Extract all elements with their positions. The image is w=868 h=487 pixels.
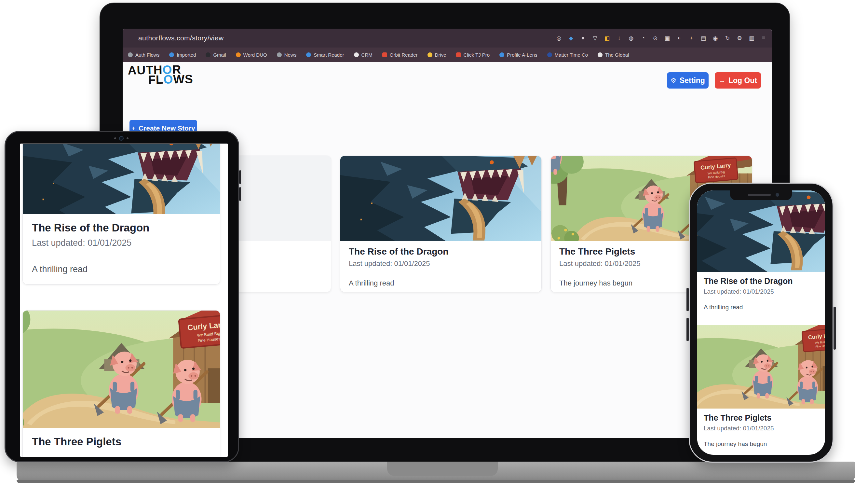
bookmark-favicon [206,52,211,57]
record-icon[interactable]: ◉ [712,35,719,42]
dragon-cover-art [23,144,220,214]
bookmark-favicon [128,52,133,57]
bookmark-label: Imported [177,52,196,58]
bookmark-label: The Global [605,52,629,58]
bookmark-favicon [169,52,174,57]
bookmark-item[interactable]: Word DUO [236,52,267,58]
bookmark-item[interactable]: Smart Reader [306,52,344,58]
url-display[interactable]: authorflows.com/story/view [138,29,223,48]
story-title: The Three Piglets [704,413,818,423]
logo-line-2: FLOWS [148,74,193,85]
story-card-body: The Rise of the Dragon Last updated: 01/… [697,272,825,317]
history-icon[interactable]: ◔ [640,35,647,41]
story-card-body: The Rise of the Dragon Last updated: 01/… [23,214,220,284]
story-card[interactable]: The Rise of the Dragon Last updated: 01/… [340,155,542,292]
story-updated: Last updated: 01/01/2025 [704,425,818,432]
bookmarks-bar: Auth Flows Imported Gmail Word DUO News … [123,48,772,62]
bookmark-label: Orbit Reader [390,52,418,58]
tab-overview-icon[interactable]: ◎ [555,35,562,42]
bookmark-item[interactable]: Drive [428,52,446,58]
story-card[interactable]: The Rise of the Dragon Last updated: 01/… [23,144,220,285]
tablet-volume-button [239,187,241,201]
bookmark-label: Click TJ Pro [464,52,490,58]
story-title: The Three Piglets [32,435,211,448]
bookmark-item[interactable]: Orbit Reader [382,52,418,58]
story-description: The journey has begun [704,440,818,448]
bookmark-label: Matter Time Co [555,52,588,58]
bookmark-favicon [499,52,504,57]
site-logo[interactable]: AUTHOR FLOWS [127,64,193,86]
camera-lens-icon [119,136,124,141]
bookmark-label: CRM [362,52,373,58]
bookmark-item[interactable]: Click TJ Pro [456,52,490,58]
contrast-icon[interactable]: ◐ [676,35,683,41]
phone-volume-button [686,288,689,311]
profile-icon[interactable]: ● [580,35,587,41]
download-icon[interactable]: ▽ [591,35,599,42]
story-card[interactable]: The Rise of the Dragon Last updated: 01/… [697,191,825,317]
laptop-base [17,462,855,483]
bookmark-item[interactable]: CRM [354,52,373,58]
theme-icon[interactable]: ◍ [627,35,635,42]
bookmark-item[interactable]: Profile A-Lens [499,52,537,58]
logo-text: O [163,73,173,86]
story-updated: Last updated: 01/01/2025 [704,288,818,295]
reader-icon[interactable]: ▤ [700,35,707,42]
tablet-camera [114,136,134,141]
settings-icon[interactable]: ⚙ [736,35,743,42]
settings-button[interactable]: ⚙ Setting [667,72,709,89]
shield-icon[interactable]: ◆ [567,35,575,42]
story-card[interactable]: The Three Piglets [23,310,220,457]
tablet-screen: The Rise of the Dragon Last updated: 01/… [20,144,228,457]
apps-icon[interactable]: ▣ [664,35,671,42]
grid-icon[interactable]: ▥ [748,35,755,42]
bookmark-label: Profile A-Lens [507,52,537,58]
story-card[interactable]: The Three Piglets Last updated: 01/01/20… [697,325,825,454]
browser-toolbar: authorflows.com/story/view ◎ ◆ ● ▽ ◧ ↓ ◍… [123,29,772,48]
bookmark-favicon [598,52,602,57]
story-title: The Rise of the Dragon [349,247,533,257]
bookmark-label: Word DUO [243,52,267,58]
phone-volume-button [686,318,689,341]
logout-arrow-icon: → [719,77,725,84]
bookmark-favicon [236,52,241,57]
sensor-dot-icon [114,137,116,139]
new-tab-icon[interactable]: + [688,35,695,41]
speaker-icon [748,194,771,196]
bookmark-favicon [547,52,552,57]
story-card-body: The Three Piglets [23,428,220,457]
bookmark-label: News [284,52,297,58]
bookmark-item[interactable]: The Global [598,52,629,58]
settings-label: Setting [680,76,705,85]
bookmark-label: Auth Flows [135,52,159,58]
bookmark-item[interactable]: Auth Flows [128,52,159,58]
menu-icon[interactable]: ≡ [760,35,767,41]
laptop-base-notch [387,462,498,476]
story-card-body: The Three Piglets Last updated: 01/01/20… [697,408,825,454]
save-icon[interactable]: ↓ [616,35,623,41]
story-card-body: The Rise of the Dragon Last updated: 01/… [340,241,541,292]
refresh-icon[interactable]: ↻ [724,35,731,42]
logout-label: Log Out [728,76,757,85]
story-description: A thrilling read [704,304,818,311]
dragon-cover-art [697,191,825,272]
bookmark-item[interactable]: Imported [169,52,196,58]
target-icon[interactable]: ⊙ [652,35,659,42]
bookmark-label: Gmail [213,52,226,58]
bookmark-item[interactable]: Matter Time Co [547,52,588,58]
phone-power-button [834,307,836,350]
bookmark-item[interactable]: News [277,52,297,58]
story-description: A thrilling read [349,279,533,287]
piglets-cover-art [23,311,220,428]
piglets-cover-art [697,325,825,408]
logout-button[interactable]: → Log Out [715,72,761,89]
story-description: A thrilling read [32,264,211,275]
phone-notch [730,191,792,200]
gear-icon: ⚙ [671,77,676,84]
bookmark-item[interactable]: Gmail [206,52,226,58]
sensor-dot-icon [127,137,128,139]
laptop-base-edge [17,480,855,483]
dragon-cover-art [340,156,541,241]
story-title: The Rise of the Dragon [32,222,211,234]
split-view-icon[interactable]: ◧ [603,35,611,42]
